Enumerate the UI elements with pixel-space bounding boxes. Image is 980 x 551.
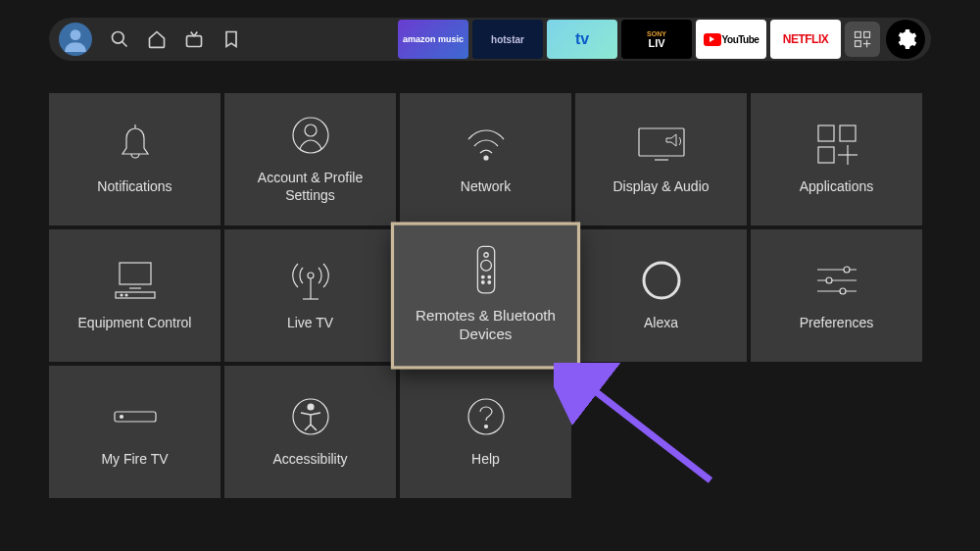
tile-label: Help [471,451,500,469]
search-icon [110,29,129,49]
svg-rect-3 [187,36,202,47]
settings-button[interactable] [886,20,925,59]
svg-point-24 [125,294,127,296]
top-nav-left-group [55,23,241,56]
svg-point-33 [481,281,484,284]
tile-label: Live TV [287,315,333,332]
svg-rect-5 [864,32,870,38]
tile-notifications[interactable]: Notifications [49,93,220,225]
svg-point-29 [483,253,487,257]
tile-accessibility[interactable]: Accessibility [224,366,396,498]
svg-point-12 [484,156,488,160]
tile-label: Network [461,178,511,196]
svg-point-34 [487,281,490,284]
app-amazon-music[interactable]: amazon music [398,20,468,59]
app-sonyliv[interactable]: SONY LIV [621,20,692,59]
settings-grid: Notifications Account & Profile Settings… [49,93,922,498]
svg-rect-4 [856,32,861,38]
svg-point-31 [481,276,484,278]
tile-preferences[interactable]: Preferences [751,229,922,362]
tv-icon [184,29,204,49]
svg-point-45 [308,404,314,410]
bookmark-icon [221,29,241,49]
app-label: hotstar [491,34,524,45]
tile-network[interactable]: Network [400,93,571,225]
app-label: NETFLIX [783,32,829,46]
app-hotstar[interactable]: hotstar [472,20,543,59]
tile-label: Display & Audio [612,178,709,196]
svg-point-39 [826,277,832,283]
tile-help[interactable]: Help [400,366,571,498]
svg-rect-20 [120,263,151,284]
tile-label: Alexa [644,315,678,332]
svg-point-46 [468,399,504,434]
top-app-row: amazon music hotstar tv SONY LIV YouTube… [398,20,925,59]
tile-equipment-control[interactable]: Equipment Control [49,229,220,362]
remote-icon [473,247,499,291]
svg-point-35 [644,263,679,298]
svg-point-37 [844,267,850,273]
tile-my-fire-tv[interactable]: My Fire TV [49,366,220,498]
wifi-icon [465,124,508,165]
profile-circle-icon [291,115,330,156]
svg-point-11 [305,125,317,136]
tile-label: Preferences [800,315,873,332]
alexa-icon [642,260,681,301]
app-netflix[interactable]: NETFLIX [770,20,841,59]
svg-rect-13 [639,128,684,156]
tile-display-audio[interactable]: Display & Audio [575,93,747,225]
home-icon [147,29,167,49]
svg-point-10 [293,118,328,153]
antenna-icon [291,260,330,301]
tile-label: Applications [800,178,874,196]
profile-icon [63,26,88,52]
all-apps-button[interactable] [845,22,880,57]
tile-label: Notifications [97,178,172,196]
apps-grid-icon [853,29,872,49]
sliders-icon [815,260,858,301]
accessibility-icon [291,396,330,437]
svg-point-25 [308,273,314,278]
display-audio-icon [637,124,686,165]
tile-label: Accessibility [272,451,347,469]
help-icon [466,396,506,437]
app-label: tv [575,30,589,48]
tile-remotes-bluetooth[interactable]: Remotes & Bluetooth Devices [393,225,578,368]
svg-point-47 [484,425,487,427]
sonyliv-logo: SONY LIV [647,30,666,49]
home-button[interactable] [147,29,167,49]
svg-point-30 [480,260,491,271]
tile-applications[interactable]: Applications [751,93,922,225]
tile-alexa[interactable]: Alexa [575,229,747,362]
svg-rect-17 [818,147,834,163]
applications-icon [816,124,858,165]
profile-button[interactable] [59,23,92,56]
bell-icon [118,124,153,165]
youtube-logo: YouTube [704,33,760,46]
svg-rect-15 [818,125,834,141]
svg-point-43 [120,415,122,418]
svg-point-32 [487,276,490,278]
tile-label: Remotes & Bluetooth Devices [402,307,570,344]
svg-rect-16 [840,125,856,141]
svg-point-0 [71,29,81,40]
app-tv[interactable]: tv [547,20,617,59]
equipment-icon [114,260,157,301]
svg-point-23 [121,294,122,296]
tile-label: Account & Profile Settings [232,170,388,204]
tile-live-tv[interactable]: Live TV [224,229,396,362]
svg-point-1 [113,32,124,44]
tile-label: Equipment Control [78,315,192,332]
bookmark-button[interactable] [221,29,241,49]
gear-icon [894,27,917,51]
top-navigation-bar: amazon music hotstar tv SONY LIV YouTube… [49,18,931,61]
search-button[interactable] [110,29,129,49]
svg-rect-6 [856,41,861,47]
live-button[interactable] [184,29,204,49]
app-youtube[interactable]: YouTube [696,20,766,59]
app-label: amazon music [403,35,464,44]
firetv-device-icon [113,396,158,437]
tile-account-profile[interactable]: Account & Profile Settings [224,93,396,225]
svg-line-2 [122,42,127,47]
tile-label: My Fire TV [101,451,168,469]
